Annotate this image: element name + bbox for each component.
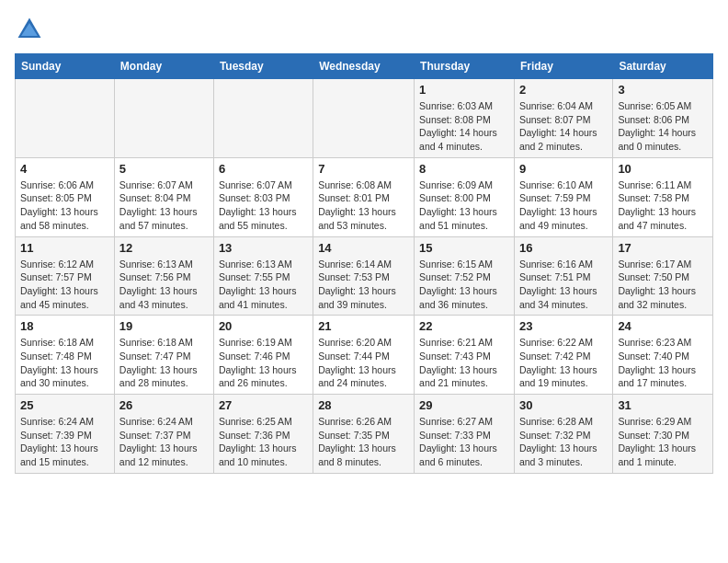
calendar-cell: 4Sunrise: 6:06 AMSunset: 8:05 PMDaylight… — [16, 157, 115, 236]
calendar-cell — [114, 79, 213, 158]
calendar-cell: 26Sunrise: 6:24 AMSunset: 7:37 PMDayligh… — [114, 395, 213, 474]
day-info: Sunrise: 6:20 AMSunset: 7:44 PMDaylight:… — [318, 336, 409, 390]
calendar-cell: 24Sunrise: 6:23 AMSunset: 7:40 PMDayligh… — [613, 316, 713, 395]
calendar-week-row: 18Sunrise: 6:18 AMSunset: 7:48 PMDayligh… — [16, 316, 713, 395]
day-info: Sunrise: 6:13 AMSunset: 7:55 PMDaylight:… — [219, 258, 308, 312]
logo-icon — [15, 15, 44, 44]
calendar-week-row: 4Sunrise: 6:06 AMSunset: 8:05 PMDaylight… — [16, 157, 713, 236]
day-info: Sunrise: 6:24 AMSunset: 7:37 PMDaylight:… — [119, 415, 209, 469]
page-header — [15, 15, 713, 44]
day-number: 6 — [219, 162, 308, 176]
day-info: Sunrise: 6:04 AMSunset: 8:07 PMDaylight:… — [519, 99, 608, 154]
calendar-cell: 6Sunrise: 6:07 AMSunset: 8:03 PMDaylight… — [213, 157, 313, 236]
day-number: 18 — [20, 319, 109, 333]
calendar-cell — [313, 79, 415, 158]
day-info: Sunrise: 6:23 AMSunset: 7:40 PMDaylight:… — [618, 336, 708, 390]
calendar-cell — [16, 79, 115, 158]
weekday-header-saturday: Saturday — [613, 54, 713, 79]
day-number: 10 — [618, 162, 708, 176]
day-info: Sunrise: 6:05 AMSunset: 8:06 PMDaylight:… — [618, 99, 708, 154]
calendar-cell: 7Sunrise: 6:08 AMSunset: 8:01 PMDaylight… — [313, 157, 415, 236]
day-number: 12 — [119, 241, 209, 255]
calendar-cell — [213, 79, 313, 158]
calendar-cell: 11Sunrise: 6:12 AMSunset: 7:57 PMDayligh… — [16, 236, 115, 316]
day-number: 25 — [20, 398, 109, 412]
calendar-cell: 15Sunrise: 6:15 AMSunset: 7:52 PMDayligh… — [415, 236, 515, 316]
calendar-cell: 1Sunrise: 6:03 AMSunset: 8:08 PMDaylight… — [415, 79, 515, 158]
day-info: Sunrise: 6:17 AMSunset: 7:50 PMDaylight:… — [618, 258, 708, 312]
weekday-header-monday: Monday — [114, 54, 213, 79]
day-number: 14 — [318, 241, 409, 255]
calendar-cell: 14Sunrise: 6:14 AMSunset: 7:53 PMDayligh… — [313, 236, 415, 316]
calendar-cell: 2Sunrise: 6:04 AMSunset: 8:07 PMDaylight… — [514, 79, 612, 158]
day-number: 28 — [318, 398, 409, 412]
weekday-header-wednesday: Wednesday — [313, 54, 415, 79]
day-number: 21 — [318, 319, 409, 333]
day-info: Sunrise: 6:25 AMSunset: 7:36 PMDaylight:… — [219, 415, 308, 469]
weekday-header-row: SundayMondayTuesdayWednesdayThursdayFrid… — [16, 54, 713, 79]
weekday-header-friday: Friday — [514, 54, 612, 79]
calendar-cell: 25Sunrise: 6:24 AMSunset: 7:39 PMDayligh… — [16, 395, 115, 474]
weekday-header-tuesday: Tuesday — [213, 54, 313, 79]
day-number: 3 — [618, 83, 708, 97]
calendar-cell: 17Sunrise: 6:17 AMSunset: 7:50 PMDayligh… — [613, 236, 713, 316]
day-info: Sunrise: 6:10 AMSunset: 7:59 PMDaylight:… — [519, 178, 608, 233]
day-number: 24 — [618, 319, 708, 333]
day-info: Sunrise: 6:13 AMSunset: 7:56 PMDaylight:… — [119, 258, 209, 312]
day-info: Sunrise: 6:19 AMSunset: 7:46 PMDaylight:… — [219, 336, 308, 390]
day-info: Sunrise: 6:28 AMSunset: 7:32 PMDaylight:… — [519, 415, 608, 469]
calendar-cell: 12Sunrise: 6:13 AMSunset: 7:56 PMDayligh… — [114, 236, 213, 316]
calendar-table: SundayMondayTuesdayWednesdayThursdayFrid… — [15, 53, 713, 474]
day-number: 16 — [519, 241, 608, 255]
day-info: Sunrise: 6:06 AMSunset: 8:05 PMDaylight:… — [20, 178, 109, 233]
day-number: 26 — [119, 398, 209, 412]
day-number: 1 — [419, 83, 509, 97]
day-number: 5 — [119, 162, 209, 176]
day-info: Sunrise: 6:29 AMSunset: 7:30 PMDaylight:… — [618, 415, 708, 469]
day-info: Sunrise: 6:07 AMSunset: 8:04 PMDaylight:… — [119, 178, 209, 233]
day-info: Sunrise: 6:08 AMSunset: 8:01 PMDaylight:… — [318, 178, 409, 233]
day-number: 23 — [519, 319, 608, 333]
calendar-cell: 20Sunrise: 6:19 AMSunset: 7:46 PMDayligh… — [213, 316, 313, 395]
day-number: 27 — [219, 398, 308, 412]
day-number: 31 — [618, 398, 708, 412]
day-number: 17 — [618, 241, 708, 255]
day-info: Sunrise: 6:15 AMSunset: 7:52 PMDaylight:… — [419, 258, 509, 312]
day-number: 20 — [219, 319, 308, 333]
day-number: 29 — [419, 398, 509, 412]
day-info: Sunrise: 6:16 AMSunset: 7:51 PMDaylight:… — [519, 258, 608, 312]
calendar-cell: 21Sunrise: 6:20 AMSunset: 7:44 PMDayligh… — [313, 316, 415, 395]
calendar-cell: 18Sunrise: 6:18 AMSunset: 7:48 PMDayligh… — [16, 316, 115, 395]
day-number: 19 — [119, 319, 209, 333]
calendar-cell: 29Sunrise: 6:27 AMSunset: 7:33 PMDayligh… — [415, 395, 515, 474]
day-info: Sunrise: 6:27 AMSunset: 7:33 PMDaylight:… — [419, 415, 509, 469]
day-info: Sunrise: 6:03 AMSunset: 8:08 PMDaylight:… — [419, 99, 509, 154]
logo — [15, 15, 48, 44]
calendar-cell: 19Sunrise: 6:18 AMSunset: 7:47 PMDayligh… — [114, 316, 213, 395]
calendar-cell: 27Sunrise: 6:25 AMSunset: 7:36 PMDayligh… — [213, 395, 313, 474]
day-number: 13 — [219, 241, 308, 255]
calendar-cell: 10Sunrise: 6:11 AMSunset: 7:58 PMDayligh… — [613, 157, 713, 236]
day-number: 4 — [20, 162, 109, 176]
day-number: 22 — [419, 319, 509, 333]
calendar-cell: 9Sunrise: 6:10 AMSunset: 7:59 PMDaylight… — [514, 157, 612, 236]
day-info: Sunrise: 6:07 AMSunset: 8:03 PMDaylight:… — [219, 178, 308, 233]
weekday-header-sunday: Sunday — [16, 54, 115, 79]
calendar-cell: 5Sunrise: 6:07 AMSunset: 8:04 PMDaylight… — [114, 157, 213, 236]
day-info: Sunrise: 6:09 AMSunset: 8:00 PMDaylight:… — [419, 178, 509, 233]
day-info: Sunrise: 6:12 AMSunset: 7:57 PMDaylight:… — [20, 258, 109, 312]
day-info: Sunrise: 6:24 AMSunset: 7:39 PMDaylight:… — [20, 415, 109, 469]
calendar-cell: 30Sunrise: 6:28 AMSunset: 7:32 PMDayligh… — [514, 395, 612, 474]
calendar-cell: 3Sunrise: 6:05 AMSunset: 8:06 PMDaylight… — [613, 79, 713, 158]
day-number: 2 — [519, 83, 608, 97]
day-number: 7 — [318, 162, 409, 176]
calendar-week-row: 1Sunrise: 6:03 AMSunset: 8:08 PMDaylight… — [16, 79, 713, 158]
calendar-week-row: 11Sunrise: 6:12 AMSunset: 7:57 PMDayligh… — [16, 236, 713, 316]
calendar-cell: 16Sunrise: 6:16 AMSunset: 7:51 PMDayligh… — [514, 236, 612, 316]
day-info: Sunrise: 6:14 AMSunset: 7:53 PMDaylight:… — [318, 258, 409, 312]
day-info: Sunrise: 6:18 AMSunset: 7:47 PMDaylight:… — [119, 336, 209, 390]
calendar-cell: 31Sunrise: 6:29 AMSunset: 7:30 PMDayligh… — [613, 395, 713, 474]
day-number: 15 — [419, 241, 509, 255]
day-number: 9 — [519, 162, 608, 176]
calendar-cell: 28Sunrise: 6:26 AMSunset: 7:35 PMDayligh… — [313, 395, 415, 474]
